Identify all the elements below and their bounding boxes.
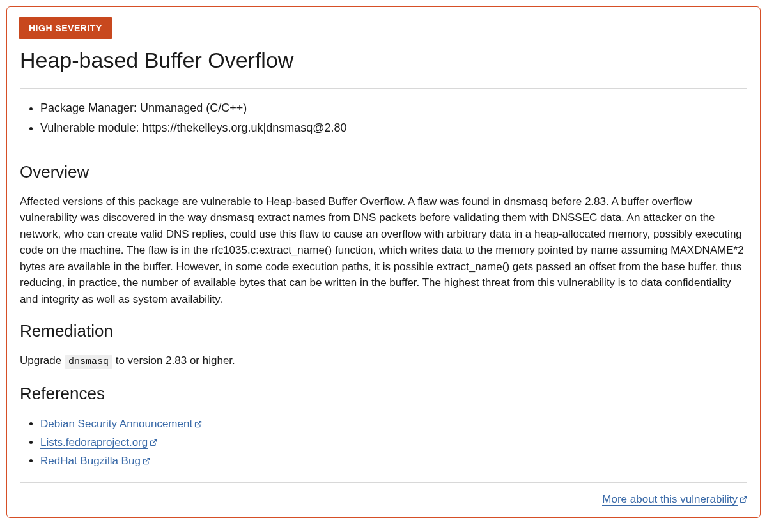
external-link-icon: [740, 496, 747, 503]
overview-heading: Overview: [20, 162, 747, 182]
meta-list: Package Manager: Unmanaged (C/C++) Vulne…: [20, 89, 747, 148]
meta-package-manager: Package Manager: Unmanaged (C/C++): [40, 99, 747, 118]
overview-text: Affected versions of this package are vu…: [20, 194, 747, 308]
more-link-row: More about this vulnerability: [20, 493, 747, 506]
meta-vulnerable-module: Vulnerable module: https://thekelleys.or…: [40, 119, 747, 137]
remediation-code: dnsmasq: [65, 355, 112, 369]
severity-badge: HIGH SEVERITY: [19, 17, 112, 39]
external-link-icon: [143, 457, 150, 465]
vulnerability-title: Heap-based Buffer Overflow: [20, 48, 747, 73]
remediation-prefix: Upgrade: [20, 354, 65, 367]
references-heading: References: [20, 384, 747, 404]
external-link-icon: [194, 420, 202, 428]
meta-value: https://thekelleys.org.uk|dnsmasq@2.80: [142, 121, 346, 134]
svg-line-0: [198, 421, 201, 425]
remediation-text: Upgrade dnsmasq to version 2.83 or highe…: [20, 353, 747, 370]
vulnerability-card: HIGH SEVERITY Heap-based Buffer Overflow…: [6, 6, 761, 518]
reference-item: Debian Security Announcement: [40, 415, 747, 432]
reference-link[interactable]: RedHat Bugzilla Bug: [40, 455, 141, 467]
references-list: Debian Security Announcement Lists.fedor…: [20, 415, 747, 470]
meta-label: Package Manager:: [40, 102, 140, 114]
reference-item: Lists.fedoraproject.org: [40, 434, 747, 451]
svg-line-3: [743, 497, 747, 501]
meta-label: Vulnerable module:: [40, 121, 142, 134]
remediation-suffix: to version 2.83 or higher.: [112, 354, 235, 367]
remediation-heading: Remediation: [20, 321, 747, 341]
meta-value: Unmanaged (C/C++): [140, 102, 247, 114]
svg-line-1: [153, 439, 157, 443]
divider: [20, 148, 747, 148]
external-link-icon: [150, 439, 157, 446]
reference-link[interactable]: Lists.fedoraproject.org: [40, 436, 148, 449]
svg-line-2: [146, 458, 150, 462]
more-about-link[interactable]: More about this vulnerability: [602, 493, 738, 506]
divider: [20, 482, 747, 483]
reference-link[interactable]: Debian Security Announcement: [40, 418, 192, 430]
reference-item: RedHat Bugzilla Bug: [40, 452, 747, 469]
